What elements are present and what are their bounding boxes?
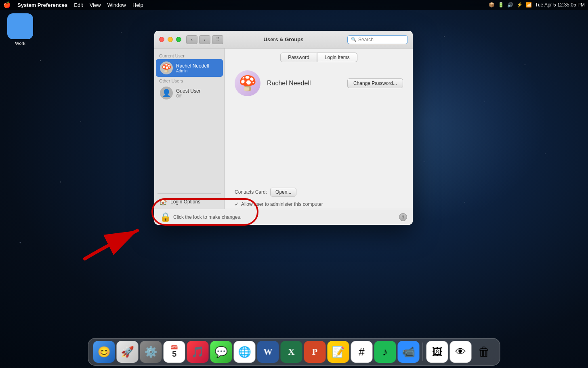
- minimize-button[interactable]: [168, 37, 173, 42]
- clock-display: Tue Apr 5 12:35:05 PM: [535, 2, 585, 8]
- rachel-avatar: 🍄: [160, 61, 173, 74]
- window-menu[interactable]: Window: [107, 2, 126, 8]
- allow-admin-label: Allow user to administer this computer: [241, 201, 323, 207]
- dock-preview[interactable]: 👁: [450, 341, 472, 363]
- desktop-icon-work[interactable]: Work: [4, 13, 36, 46]
- user-profile: 🍄 Rachel Needell Change Password...: [225, 62, 413, 104]
- other-users-label: Other Users: [154, 77, 225, 84]
- grid-view-button[interactable]: ⠿: [212, 35, 223, 44]
- view-menu[interactable]: View: [90, 2, 101, 8]
- annotation-arrow: [73, 214, 153, 263]
- apple-menu[interactable]: 🍎: [3, 1, 11, 8]
- window-nav: ‹ ›: [186, 35, 210, 44]
- profile-name: Rachel Needell: [267, 80, 311, 87]
- help-button[interactable]: ?: [399, 213, 407, 221]
- contacts-card-label: Contacts Card:: [235, 189, 267, 195]
- sidebar-user-guest[interactable]: 👤 Guest User Off.: [156, 84, 223, 102]
- dock-slack[interactable]: #: [351, 341, 373, 363]
- rachel-info: Rachel Needell Admin: [176, 63, 209, 73]
- guest-info: Guest User Off.: [176, 88, 201, 98]
- search-input[interactable]: [358, 37, 404, 42]
- menubar: 🍎 System Preferences Edit View Window He…: [0, 0, 588, 10]
- work-folder-label: Work: [15, 41, 25, 46]
- tab-password[interactable]: Password: [280, 53, 317, 62]
- dock: 😊 🚀 ⚙️ APR 5 🎵 💬 🌐: [88, 338, 500, 366]
- lock-icon: 🔒: [160, 212, 171, 222]
- window-title: Users & Groups: [264, 36, 304, 42]
- dock-photos[interactable]: 🖼: [426, 341, 448, 363]
- window-titlebar: ‹ › ⠿ Users & Groups 🔍: [154, 31, 413, 49]
- window-footer: 🔒 Click the lock to make changes. ?: [154, 209, 413, 225]
- edit-menu[interactable]: Edit: [74, 2, 83, 8]
- dock-music[interactable]: 🎵: [187, 341, 209, 363]
- dock-trash[interactable]: 🗑: [473, 341, 495, 363]
- lock-text: Click the lock to make changes.: [173, 214, 242, 220]
- dropbox-icon: 📦: [489, 2, 495, 8]
- dock-calendar[interactable]: APR 5: [164, 341, 185, 363]
- maximize-button[interactable]: [176, 37, 181, 42]
- back-button[interactable]: ‹: [186, 35, 197, 44]
- users-groups-window: ‹ › ⠿ Users & Groups 🔍 Current User 🍄: [154, 31, 413, 225]
- sidebar-divider: [158, 193, 221, 194]
- login-options-icon: 🏠: [159, 198, 167, 205]
- app-name-menu[interactable]: System Preferences: [17, 2, 67, 8]
- tabs: Password Login Items: [225, 49, 413, 62]
- dock-notes[interactable]: 📝: [328, 341, 349, 363]
- dock-powerpoint[interactable]: P: [304, 341, 326, 363]
- change-password-button[interactable]: Change Password...: [347, 78, 403, 88]
- open-contacts-button[interactable]: Open...: [270, 188, 296, 197]
- search-box[interactable]: 🔍: [347, 35, 408, 44]
- dock-system-preferences[interactable]: ⚙️: [140, 341, 162, 363]
- guest-name: Guest User: [176, 88, 201, 94]
- login-options-item[interactable]: 🏠 Login Options: [154, 195, 225, 208]
- volume-icon: 🔊: [507, 2, 513, 8]
- dock-chrome[interactable]: 🌐: [234, 341, 256, 363]
- guest-avatar: 👤: [160, 87, 173, 99]
- work-folder-icon: [7, 13, 33, 39]
- wifi-icon: 📶: [526, 2, 532, 8]
- allow-admin-row: ✓ Allow user to administer this computer: [225, 200, 413, 209]
- sidebar: Current User 🍄 Rachel Needell Admin Othe…: [154, 49, 225, 225]
- contacts-card-row: Contacts Card: Open...: [225, 184, 413, 200]
- lock-button[interactable]: 🔒 Click the lock to make changes.: [160, 212, 242, 222]
- dock-divider: [423, 343, 423, 361]
- profile-avatar: 🍄: [235, 70, 260, 96]
- help-menu[interactable]: Help: [132, 2, 143, 8]
- bluetooth-icon: ⚡: [517, 2, 523, 8]
- menubar-left: 🍎 System Preferences Edit View Window He…: [3, 1, 143, 8]
- forward-button[interactable]: ›: [199, 35, 210, 44]
- login-options-label: Login Options: [170, 199, 200, 205]
- close-button[interactable]: [159, 37, 164, 42]
- search-icon: 🔍: [351, 37, 357, 42]
- allow-admin-checkmark: ✓: [235, 201, 239, 207]
- traffic-lights: [159, 37, 181, 42]
- guest-role: Off.: [176, 94, 201, 98]
- dock-finder[interactable]: 😊: [93, 341, 115, 363]
- dock-launchpad[interactable]: 🚀: [117, 341, 139, 363]
- dock-spotify[interactable]: ♪: [374, 341, 396, 363]
- dock-zoom[interactable]: 📹: [398, 341, 420, 363]
- current-user-label: Current User: [154, 52, 225, 59]
- desktop: 🍎 System Preferences Edit View Window He…: [0, 0, 588, 368]
- battery-icon: 🔋: [498, 2, 504, 8]
- main-content: Password Login Items 🍄 Rachel Needell Ch…: [225, 49, 413, 225]
- dock-messages[interactable]: 💬: [210, 341, 232, 363]
- tab-login-items[interactable]: Login Items: [317, 53, 357, 62]
- dock-word[interactable]: W: [257, 341, 279, 363]
- menubar-right: 📦 🔋 🔊 ⚡ 📶 Tue Apr 5 12:35:05 PM: [489, 2, 585, 8]
- window-body: Current User 🍄 Rachel Needell Admin Othe…: [154, 49, 413, 225]
- dock-excel[interactable]: X: [281, 341, 302, 363]
- rachel-role: Admin: [176, 69, 209, 73]
- sidebar-user-rachel[interactable]: 🍄 Rachel Needell Admin: [156, 59, 223, 77]
- rachel-name: Rachel Needell: [176, 63, 209, 69]
